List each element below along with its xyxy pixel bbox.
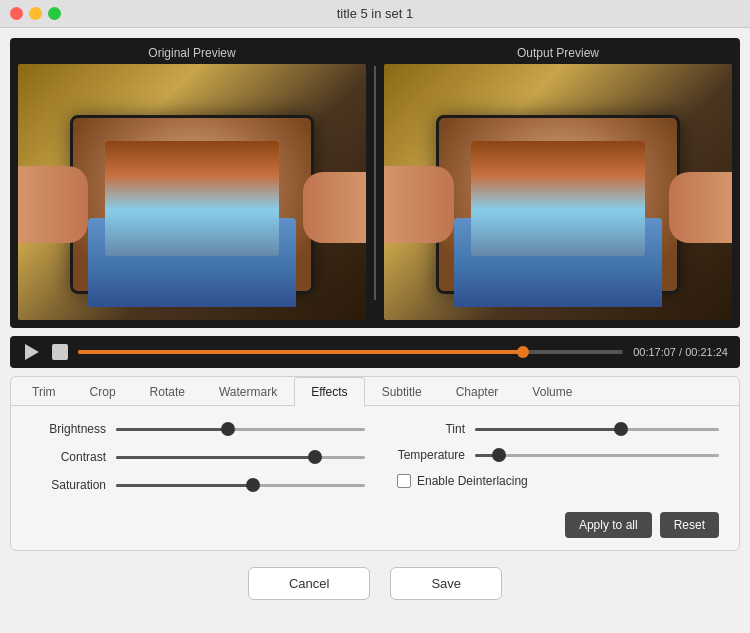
saturation-thumb[interactable] (246, 478, 260, 492)
effects-tab-content: Brightness Contrast (11, 406, 739, 550)
output-video-scene (384, 64, 732, 320)
tabs-panel: Trim Crop Rotate Watermark Effects Subti… (10, 376, 740, 551)
hand-left-out (384, 166, 454, 243)
effects-buttons-row: Apply to all Reset (385, 508, 719, 538)
contrast-fill (116, 456, 315, 459)
contrast-slider[interactable] (116, 456, 365, 459)
temperature-slider[interactable] (475, 454, 719, 457)
titlebar-buttons (10, 7, 61, 20)
brightness-fill (116, 428, 228, 431)
contrast-row: Contrast (31, 450, 365, 464)
main-content: Original Preview Output Preview (0, 28, 750, 633)
hand-right-orig (303, 172, 366, 244)
shirt-overlay-left (88, 218, 297, 308)
output-preview-label: Output Preview (517, 46, 599, 60)
saturation-fill (116, 484, 253, 487)
tint-fill (475, 428, 621, 431)
temperature-thumb[interactable] (492, 448, 506, 462)
cancel-button[interactable]: Cancel (248, 567, 370, 600)
window-title: title 5 in set 1 (337, 6, 414, 21)
maximize-button[interactable] (48, 7, 61, 20)
tab-volume[interactable]: Volume (515, 377, 589, 406)
tabs-row: Trim Crop Rotate Watermark Effects Subti… (11, 377, 739, 406)
play-button[interactable] (22, 342, 42, 362)
tab-subtitle[interactable]: Subtitle (365, 377, 439, 406)
deinterlace-row: Enable Deinterlacing (397, 474, 719, 488)
hand-right-out (669, 172, 732, 244)
progress-track[interactable] (78, 350, 623, 354)
bottom-actions: Cancel Save (10, 559, 740, 604)
saturation-slider[interactable] (116, 484, 365, 487)
titlebar: title 5 in set 1 (0, 0, 750, 28)
tint-thumb[interactable] (614, 422, 628, 436)
contrast-thumb[interactable] (308, 450, 322, 464)
original-preview-panel: Original Preview (18, 46, 366, 320)
save-button[interactable]: Save (390, 567, 502, 600)
tab-trim[interactable]: Trim (15, 377, 73, 406)
total-time: 00:21:24 (685, 346, 728, 358)
shirt-overlay-right (454, 218, 663, 308)
original-video-scene (18, 64, 366, 320)
reset-button[interactable]: Reset (660, 512, 719, 538)
hand-left-orig (18, 166, 88, 243)
apply-to-all-button[interactable]: Apply to all (565, 512, 652, 538)
deinterlace-label: Enable Deinterlacing (417, 474, 528, 488)
playback-controls: 00:17:07 / 00:21:24 (10, 336, 740, 368)
tint-label: Tint (385, 422, 465, 436)
effects-left-col: Brightness Contrast (31, 422, 365, 538)
current-time: 00:17:07 (633, 346, 676, 358)
tint-row: Tint (385, 422, 719, 436)
contrast-label: Contrast (31, 450, 106, 464)
tab-watermark[interactable]: Watermark (202, 377, 294, 406)
saturation-label: Saturation (31, 478, 106, 492)
brightness-slider[interactable] (116, 428, 365, 431)
effects-right-col: Tint Temperature (385, 422, 719, 538)
play-icon (25, 344, 39, 360)
temperature-label: Temperature (385, 448, 465, 462)
brightness-label: Brightness (31, 422, 106, 436)
brightness-row: Brightness (31, 422, 365, 436)
close-button[interactable] (10, 7, 23, 20)
preview-area: Original Preview Output Preview (10, 38, 740, 328)
progress-thumb[interactable] (517, 346, 529, 358)
progress-fill (78, 350, 523, 354)
output-preview-panel: Output Preview (384, 46, 732, 320)
brightness-thumb[interactable] (221, 422, 235, 436)
tab-rotate[interactable]: Rotate (133, 377, 202, 406)
output-preview-video (384, 64, 732, 320)
time-sep: / (676, 346, 685, 358)
stop-button[interactable] (52, 344, 68, 360)
effects-grid: Brightness Contrast (31, 422, 719, 538)
tab-effects[interactable]: Effects (294, 377, 364, 406)
original-preview-label: Original Preview (148, 46, 235, 60)
saturation-row: Saturation (31, 478, 365, 492)
minimize-button[interactable] (29, 7, 42, 20)
original-preview-video (18, 64, 366, 320)
preview-divider (374, 66, 376, 300)
tab-chapter[interactable]: Chapter (439, 377, 516, 406)
time-display: 00:17:07 / 00:21:24 (633, 346, 728, 358)
tab-crop[interactable]: Crop (73, 377, 133, 406)
temperature-row: Temperature (385, 448, 719, 462)
tint-slider[interactable] (475, 428, 719, 431)
deinterlace-checkbox[interactable] (397, 474, 411, 488)
